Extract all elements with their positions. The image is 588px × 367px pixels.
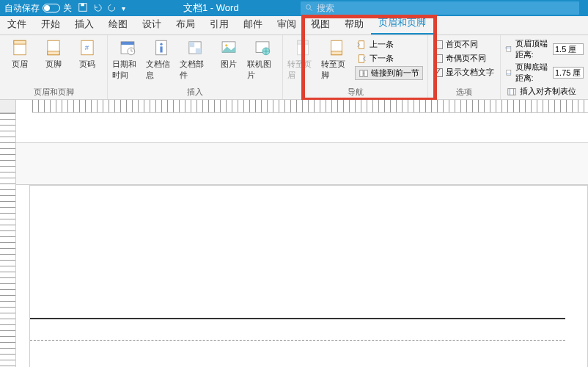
tab-header-footer[interactable]: 页眉和页脚 (371, 13, 433, 34)
group-options-label: 选项 (433, 85, 496, 99)
title-bar: 自动保存 关 ▾ 文档1 - Word 搜索 (0, 0, 588, 16)
page-number-icon: # (78, 38, 97, 57)
header-icon (10, 38, 29, 57)
svg-point-2 (306, 5, 311, 10)
ruler-corner (0, 100, 16, 113)
header-dist-icon (505, 44, 512, 54)
document-page[interactable] (29, 185, 588, 367)
autosave-state: 关 (63, 2, 72, 15)
link-to-previous-button[interactable]: 链接到前一节 (355, 66, 423, 80)
document-area[interactable] (0, 113, 588, 367)
diff-oddeven-checkbox[interactable]: 奇偶页不同 (433, 52, 496, 65)
picture-icon (219, 38, 238, 57)
docparts-button[interactable]: 文档部件 (180, 38, 210, 81)
docinfo-button[interactable]: 文档信息 (146, 38, 177, 81)
goto-header-button[interactable]: 转至页眉 (287, 38, 318, 81)
checkbox-checked-icon (434, 68, 443, 77)
svg-line-3 (310, 9, 312, 11)
svg-rect-20 (196, 48, 201, 54)
svg-rect-5 (14, 40, 26, 44)
svg-rect-36 (507, 70, 511, 75)
datetime-button[interactable]: 日期和时间 (112, 38, 143, 81)
svg-rect-34 (507, 46, 511, 51)
show-doctext-checkbox[interactable]: 显示文档文字 (433, 66, 496, 79)
svg-rect-17 (160, 46, 162, 52)
page-gap (16, 142, 588, 185)
group-header-footer: 页眉 页脚 # 页码 页眉和页脚 (0, 35, 108, 99)
link-icon (359, 68, 369, 79)
group-insert-label: 插入 (112, 85, 278, 99)
ribbon: 页眉 页脚 # 页码 页眉和页脚 日期和时间 文档信息 (0, 35, 588, 100)
group-hf-label: 页眉和页脚 (4, 85, 103, 99)
diff-first-checkbox[interactable]: 首页不同 (433, 38, 496, 51)
footer-button[interactable]: 页脚 (38, 38, 69, 70)
autosave-toggle[interactable]: 自动保存 关 (4, 2, 72, 15)
docinfo-icon (152, 38, 171, 57)
svg-point-22 (225, 44, 227, 46)
tab-mailings[interactable]: 邮件 (236, 15, 270, 34)
svg-rect-7 (48, 51, 59, 55)
header-distance-input[interactable] (553, 43, 584, 55)
datetime-icon (118, 38, 137, 57)
checkbox-icon (434, 54, 443, 63)
svg-rect-32 (364, 70, 367, 76)
document-title: 文档1 - Word (183, 1, 239, 15)
svg-rect-11 (121, 42, 134, 45)
goto-footer-button[interactable]: 转至页脚 (321, 38, 352, 81)
svg-rect-28 (331, 51, 342, 55)
docparts-icon (185, 38, 205, 57)
checkbox-icon (434, 40, 443, 49)
footer-distance-input[interactable] (553, 67, 584, 79)
align-tab-icon (507, 87, 517, 97)
footer-distance-row: 页脚底端距离: (505, 62, 584, 84)
goto-header-icon (293, 38, 312, 57)
tab-help[interactable]: 帮助 (337, 15, 371, 34)
footer-icon (44, 38, 63, 57)
quick-access-toolbar: ▾ (78, 2, 125, 15)
vertical-ruler[interactable] (0, 113, 16, 367)
autosave-label: 自动保存 (4, 2, 40, 15)
toggle-icon (43, 4, 60, 12)
tab-view[interactable]: 视图 (304, 15, 337, 34)
tab-design[interactable]: 设计 (135, 15, 169, 34)
picture-button[interactable]: 图片 (213, 38, 244, 70)
nav-next-button[interactable]: 下一条 (355, 52, 423, 65)
svg-rect-1 (81, 3, 84, 6)
page-number-button[interactable]: # 页码 (72, 38, 103, 70)
nav-prev-button[interactable]: 上一条 (355, 38, 423, 51)
redo-icon[interactable] (107, 2, 117, 15)
tab-layout[interactable]: 布局 (169, 15, 202, 34)
tab-insert[interactable]: 插入 (67, 15, 101, 34)
svg-rect-31 (360, 70, 363, 76)
onlinepic-button[interactable]: 联机图片 (247, 38, 278, 81)
tab-review[interactable]: 审阅 (270, 15, 304, 34)
ribbon-tabs: 文件 开始 插入 绘图 设计 布局 引用 邮件 审阅 视图 帮助 页眉和页脚 (0, 16, 588, 35)
group-position: 页眉顶端距离: 页脚底端距离: 插入对齐制表位 位置 (501, 35, 588, 99)
search-placeholder: 搜索 (317, 2, 334, 15)
next-icon (356, 54, 367, 64)
search-icon (305, 4, 314, 12)
search-box[interactable]: 搜索 (301, 1, 579, 15)
horizontal-ruler[interactable] (32, 100, 588, 113)
tab-references[interactable]: 引用 (202, 15, 236, 34)
group-insert: 日期和时间 文档信息 文档部件 图片 联机图片 插入 (108, 35, 283, 99)
header-underline (30, 318, 565, 319)
qat-dropdown-icon[interactable]: ▾ (122, 4, 125, 12)
save-icon[interactable] (78, 2, 88, 15)
footer-dist-icon (505, 68, 512, 78)
svg-text:#: # (85, 43, 89, 51)
tab-draw[interactable]: 绘图 (101, 15, 135, 34)
group-options: 首页不同 奇偶页不同 显示文档文字 选项 (428, 35, 501, 99)
group-navigation: 转至页眉 转至页脚 上一条 下一条 链接到前一节 (283, 35, 428, 99)
header-button[interactable]: 页眉 (4, 38, 35, 70)
group-nav-label: 导航 (287, 85, 423, 99)
insert-align-tab-button[interactable]: 插入对齐制表位 (505, 85, 584, 98)
undo-icon[interactable] (92, 2, 103, 15)
svg-rect-19 (189, 42, 194, 47)
onlinepic-icon (253, 38, 272, 57)
tab-file[interactable]: 文件 (0, 15, 34, 34)
tab-home[interactable]: 开始 (34, 15, 67, 34)
goto-footer-icon (327, 38, 346, 57)
header-boundary-line (30, 340, 565, 341)
header-distance-row: 页眉顶端距离: (505, 38, 584, 60)
